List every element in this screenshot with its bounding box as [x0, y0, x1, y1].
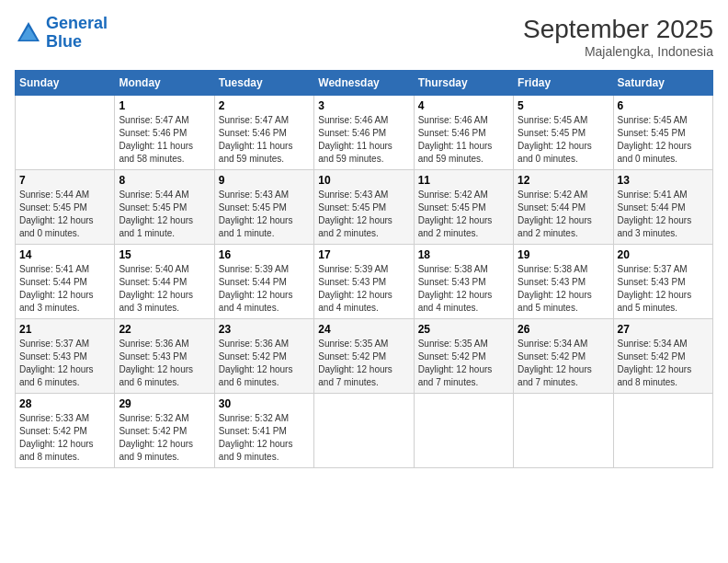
week-row-4: 21Sunrise: 5:37 AMSunset: 5:43 PMDayligh…	[16, 319, 713, 394]
day-number: 1	[119, 99, 210, 112]
day-number: 12	[518, 174, 609, 187]
calendar-cell: 29Sunrise: 5:32 AMSunset: 5:42 PMDayligh…	[115, 394, 214, 468]
week-row-2: 7Sunrise: 5:44 AMSunset: 5:45 PMDaylight…	[16, 170, 713, 245]
cell-info: Sunrise: 5:45 AMSunset: 5:45 PMDaylight:…	[618, 114, 709, 166]
calendar-cell: 5Sunrise: 5:45 AMSunset: 5:45 PMDaylight…	[514, 96, 613, 170]
calendar-cell: 8Sunrise: 5:44 AMSunset: 5:45 PMDaylight…	[115, 170, 214, 245]
calendar-cell: 18Sunrise: 5:38 AMSunset: 5:43 PMDayligh…	[414, 245, 513, 319]
cell-info: Sunrise: 5:47 AMSunset: 5:46 PMDaylight:…	[119, 114, 210, 166]
day-number: 27	[618, 323, 709, 336]
week-row-5: 28Sunrise: 5:33 AMSunset: 5:42 PMDayligh…	[16, 394, 713, 468]
day-number: 25	[418, 323, 509, 336]
calendar-cell: 28Sunrise: 5:33 AMSunset: 5:42 PMDayligh…	[16, 394, 115, 468]
day-number: 29	[119, 397, 210, 410]
day-number: 13	[618, 174, 709, 187]
cell-info: Sunrise: 5:42 AMSunset: 5:45 PMDaylight:…	[418, 189, 509, 240]
cell-info: Sunrise: 5:38 AMSunset: 5:43 PMDaylight:…	[518, 263, 609, 315]
cell-info: Sunrise: 5:47 AMSunset: 5:46 PMDaylight:…	[219, 114, 310, 166]
cell-info: Sunrise: 5:46 AMSunset: 5:46 PMDaylight:…	[418, 114, 509, 166]
cell-info: Sunrise: 5:43 AMSunset: 5:45 PMDaylight:…	[318, 189, 409, 240]
calendar-cell: 1Sunrise: 5:47 AMSunset: 5:46 PMDaylight…	[115, 96, 214, 170]
day-number: 14	[19, 248, 110, 261]
calendar-cell: 21Sunrise: 5:37 AMSunset: 5:43 PMDayligh…	[16, 319, 115, 394]
day-number: 18	[418, 248, 509, 261]
day-number: 26	[518, 323, 609, 336]
location: Majalengka, Indonesia	[523, 44, 713, 59]
calendar-cell: 30Sunrise: 5:32 AMSunset: 5:41 PMDayligh…	[214, 394, 313, 468]
cell-info: Sunrise: 5:44 AMSunset: 5:45 PMDaylight:…	[19, 189, 110, 240]
header-cell-sunday: Sunday	[16, 71, 115, 96]
calendar-cell: 7Sunrise: 5:44 AMSunset: 5:45 PMDaylight…	[16, 170, 115, 245]
cell-info: Sunrise: 5:39 AMSunset: 5:43 PMDaylight:…	[318, 263, 409, 315]
calendar-cell: 26Sunrise: 5:34 AMSunset: 5:42 PMDayligh…	[514, 319, 613, 394]
calendar-cell: 22Sunrise: 5:36 AMSunset: 5:43 PMDayligh…	[115, 319, 214, 394]
calendar-cell: 13Sunrise: 5:41 AMSunset: 5:44 PMDayligh…	[613, 170, 712, 245]
header-cell-thursday: Thursday	[414, 71, 513, 96]
calendar-cell: 4Sunrise: 5:46 AMSunset: 5:46 PMDaylight…	[414, 96, 513, 170]
logo: General Blue	[15, 15, 108, 52]
day-number: 20	[618, 248, 709, 261]
calendar-cell: 9Sunrise: 5:43 AMSunset: 5:45 PMDaylight…	[214, 170, 313, 245]
title-block: September 2025 Majalengka, Indonesia	[523, 15, 713, 59]
cell-info: Sunrise: 5:37 AMSunset: 5:43 PMDaylight:…	[19, 338, 110, 389]
calendar-table: SundayMondayTuesdayWednesdayThursdayFrid…	[15, 70, 713, 468]
cell-info: Sunrise: 5:41 AMSunset: 5:44 PMDaylight:…	[19, 263, 110, 315]
calendar-cell: 24Sunrise: 5:35 AMSunset: 5:42 PMDayligh…	[314, 319, 414, 394]
calendar-cell: 11Sunrise: 5:42 AMSunset: 5:45 PMDayligh…	[414, 170, 513, 245]
day-number: 2	[219, 99, 310, 112]
header-cell-friday: Friday	[514, 71, 613, 96]
month-year: September 2025	[523, 15, 713, 44]
calendar-cell: 17Sunrise: 5:39 AMSunset: 5:43 PMDayligh…	[314, 245, 414, 319]
calendar-cell: 19Sunrise: 5:38 AMSunset: 5:43 PMDayligh…	[514, 245, 613, 319]
day-number: 30	[219, 397, 310, 410]
day-number: 5	[518, 99, 609, 112]
day-number: 7	[19, 174, 110, 187]
calendar-cell: 12Sunrise: 5:42 AMSunset: 5:44 PMDayligh…	[514, 170, 613, 245]
cell-info: Sunrise: 5:33 AMSunset: 5:42 PMDaylight:…	[19, 412, 110, 464]
day-number: 24	[318, 323, 409, 336]
day-number: 4	[418, 99, 509, 112]
cell-info: Sunrise: 5:45 AMSunset: 5:45 PMDaylight:…	[518, 114, 609, 166]
header-cell-saturday: Saturday	[613, 71, 712, 96]
day-number: 22	[119, 323, 210, 336]
cell-info: Sunrise: 5:44 AMSunset: 5:45 PMDaylight:…	[119, 189, 210, 240]
cell-info: Sunrise: 5:41 AMSunset: 5:44 PMDaylight:…	[618, 189, 709, 240]
header-cell-monday: Monday	[115, 71, 214, 96]
cell-info: Sunrise: 5:35 AMSunset: 5:42 PMDaylight:…	[418, 338, 509, 389]
cell-info: Sunrise: 5:40 AMSunset: 5:44 PMDaylight:…	[119, 263, 210, 315]
page-header: General Blue September 2025 Majalengka, …	[15, 15, 713, 59]
day-number: 6	[618, 99, 709, 112]
logo-text: General Blue	[46, 15, 108, 52]
cell-info: Sunrise: 5:36 AMSunset: 5:42 PMDaylight:…	[219, 338, 310, 389]
week-row-1: 1Sunrise: 5:47 AMSunset: 5:46 PMDaylight…	[16, 96, 713, 170]
cell-info: Sunrise: 5:35 AMSunset: 5:42 PMDaylight:…	[318, 338, 409, 389]
cell-info: Sunrise: 5:42 AMSunset: 5:44 PMDaylight:…	[518, 189, 609, 240]
calendar-cell: 10Sunrise: 5:43 AMSunset: 5:45 PMDayligh…	[314, 170, 414, 245]
calendar-cell: 27Sunrise: 5:34 AMSunset: 5:42 PMDayligh…	[613, 319, 712, 394]
calendar-cell	[314, 394, 414, 468]
calendar-cell: 15Sunrise: 5:40 AMSunset: 5:44 PMDayligh…	[115, 245, 214, 319]
week-row-3: 14Sunrise: 5:41 AMSunset: 5:44 PMDayligh…	[16, 245, 713, 319]
calendar-cell: 20Sunrise: 5:37 AMSunset: 5:43 PMDayligh…	[613, 245, 712, 319]
calendar-cell: 2Sunrise: 5:47 AMSunset: 5:46 PMDaylight…	[214, 96, 313, 170]
calendar-cell: 6Sunrise: 5:45 AMSunset: 5:45 PMDaylight…	[613, 96, 712, 170]
cell-info: Sunrise: 5:38 AMSunset: 5:43 PMDaylight:…	[418, 263, 509, 315]
calendar-cell: 25Sunrise: 5:35 AMSunset: 5:42 PMDayligh…	[414, 319, 513, 394]
cell-info: Sunrise: 5:43 AMSunset: 5:45 PMDaylight:…	[219, 189, 310, 240]
day-number: 15	[119, 248, 210, 261]
calendar-cell	[613, 394, 712, 468]
logo-icon	[15, 19, 42, 47]
calendar-cell	[16, 96, 115, 170]
header-row: SundayMondayTuesdayWednesdayThursdayFrid…	[16, 71, 713, 96]
day-number: 19	[518, 248, 609, 261]
cell-info: Sunrise: 5:46 AMSunset: 5:46 PMDaylight:…	[318, 114, 409, 166]
cell-info: Sunrise: 5:32 AMSunset: 5:41 PMDaylight:…	[219, 412, 310, 464]
header-cell-tuesday: Tuesday	[214, 71, 313, 96]
day-number: 17	[318, 248, 409, 261]
cell-info: Sunrise: 5:37 AMSunset: 5:43 PMDaylight:…	[618, 263, 709, 315]
calendar-cell	[514, 394, 613, 468]
cell-info: Sunrise: 5:34 AMSunset: 5:42 PMDaylight:…	[618, 338, 709, 389]
cell-info: Sunrise: 5:32 AMSunset: 5:42 PMDaylight:…	[119, 412, 210, 464]
header-cell-wednesday: Wednesday	[314, 71, 414, 96]
calendar-cell: 16Sunrise: 5:39 AMSunset: 5:44 PMDayligh…	[214, 245, 313, 319]
